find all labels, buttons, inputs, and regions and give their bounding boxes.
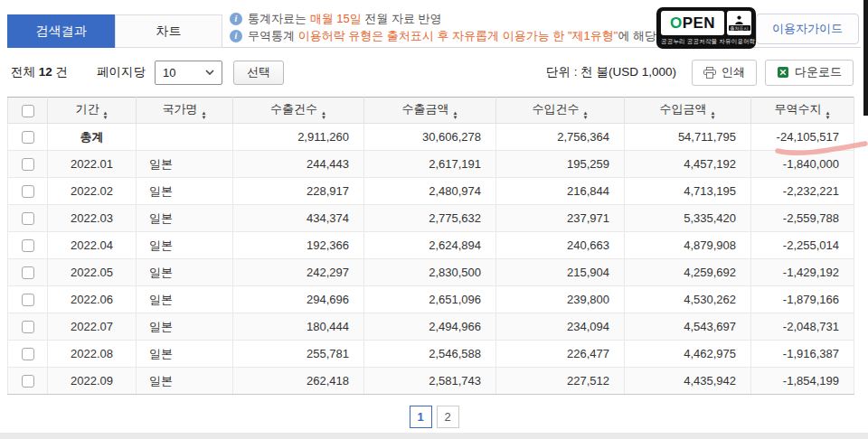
sort-icon[interactable]: ▲▼	[103, 111, 108, 119]
notice-area: i 통계자료는 매월 15일 전월 자료 반영 i 무역통계 이용허락 유형은 …	[230, 10, 695, 44]
export-amount-cell: 2,480,974	[364, 178, 496, 205]
country-cell: 일본	[137, 232, 233, 259]
import-count-cell: 239,800	[496, 286, 625, 313]
export-count-cell: 192,366	[233, 232, 364, 259]
table-row: 2022.05일본242,2972,830,500215,9044,259,69…	[8, 259, 854, 286]
export-count-cell: 434,374	[233, 205, 364, 232]
trade-balance-cell: -2,559,788	[751, 205, 854, 232]
export-count-cell: 244,443	[233, 151, 364, 178]
export-count-cell: 2,911,260	[233, 124, 364, 151]
toolbar-right: 단위 : 천 불(USD 1,000) 인쇄 다운로드	[546, 60, 854, 86]
sort-icon[interactable]: ▲▼	[453, 111, 458, 119]
trade-balance-cell: -1,916,387	[751, 341, 854, 368]
country-cell: 일본	[137, 205, 233, 232]
export-count-cell: 255,781	[233, 341, 364, 368]
open-logo-caption: 공공누리 공공저작물 자유이용허락	[661, 38, 751, 46]
trade-balance-cell: -2,048,731	[751, 313, 854, 341]
person-icon	[734, 15, 744, 24]
export-amount-cell: 2,830,500	[364, 259, 496, 286]
sort-icon[interactable]: ▲▼	[711, 111, 716, 119]
row-checkbox[interactable]	[22, 158, 34, 171]
import-amount-cell: 4,530,262	[625, 286, 751, 313]
row-checkbox-cell	[8, 151, 48, 178]
row-checkbox[interactable]	[22, 321, 34, 333]
info-icon: i	[230, 13, 242, 25]
country-cell	[137, 124, 233, 151]
import-count-cell: 227,512	[496, 368, 625, 395]
per-page-value: 10	[163, 66, 175, 79]
import-count-cell: 226,477	[496, 341, 625, 368]
country-cell: 일본	[137, 151, 233, 178]
column-header-import-amount[interactable]: 수입금액▲▼	[625, 98, 751, 124]
column-header-country[interactable]: 국가명▲▼	[137, 98, 233, 124]
country-cell: 일본	[137, 286, 233, 313]
row-checkbox[interactable]	[22, 185, 34, 198]
table-row: 총계2,911,26030,606,2782,756,36454,711,795…	[8, 124, 854, 151]
info-icon: i	[230, 30, 242, 42]
trade-balance-cell: -1,429,192	[751, 259, 854, 286]
row-checkbox[interactable]	[22, 294, 34, 306]
sort-icon[interactable]: ▲▼	[826, 111, 831, 119]
column-header-export-amount[interactable]: 수출금액▲▼	[364, 98, 496, 124]
column-header-import-count[interactable]: 수입건수▲▼	[496, 98, 625, 124]
row-checkbox[interactable]	[22, 131, 34, 144]
select-button[interactable]: 선택	[233, 61, 284, 85]
sort-icon[interactable]: ▲▼	[202, 111, 207, 119]
period-cell: 2022.05	[48, 259, 137, 286]
trade-balance-cell: -2,232,221	[751, 178, 854, 205]
per-page-label: 페이지당	[97, 64, 146, 80]
period-cell: 2022.07	[48, 313, 137, 341]
period-cell: 총계	[48, 124, 137, 151]
select-all-checkbox[interactable]	[22, 105, 34, 117]
column-header-export-count[interactable]: 수출건수▲▼	[233, 98, 364, 124]
country-cell: 일본	[137, 313, 233, 341]
column-header-trade-balance[interactable]: 무역수지▲▼	[751, 98, 854, 124]
trade-balance-cell: -2,255,014	[751, 232, 854, 259]
page-button-1[interactable]: 1	[410, 406, 432, 428]
table-row: 2022.08일본255,7812,546,588226,4774,462,97…	[8, 341, 854, 368]
column-header-period[interactable]: 기간▲▼	[48, 98, 137, 124]
page-button-2[interactable]: 2	[437, 406, 459, 428]
chevron-down-icon	[205, 70, 214, 75]
pagination: 1 2	[0, 406, 868, 428]
print-button[interactable]: 인쇄	[692, 60, 757, 86]
export-amount-cell: 2,651,096	[364, 286, 496, 313]
tab-search-results[interactable]: 검색결과	[7, 14, 115, 48]
row-checkbox[interactable]	[22, 212, 34, 225]
user-guide-button[interactable]: 이용자가이드	[756, 14, 859, 44]
total-count-value: 12	[39, 65, 52, 79]
row-checkbox-cell	[8, 286, 48, 313]
row-checkbox-cell	[8, 178, 48, 205]
trade-balance-cell: -1,840,000	[751, 151, 854, 178]
printer-icon	[703, 67, 716, 79]
import-count-cell: 195,259	[496, 151, 625, 178]
notice-text: 무역통계 이용허락 유형은 출처표시 후 자유롭게 이용가능 한 "제1유형"에…	[248, 27, 695, 44]
notice-text: 통계자료는 매월 15일 전월 자료 반영	[248, 10, 442, 27]
attribution-badge-label: 출처표시	[729, 25, 750, 31]
import-amount-cell: 4,457,192	[625, 151, 751, 178]
table-row: 2022.02일본228,9172,480,974216,8444,713,19…	[8, 178, 854, 205]
topbar: 검색결과 차트 i 통계자료는 매월 15일 전월 자료 반영 i 무역통계 이…	[7, 0, 861, 48]
import-amount-cell: 54,711,795	[625, 124, 751, 151]
table-row: 2022.07일본180,4442,494,966234,0944,543,69…	[8, 313, 854, 341]
country-cell: 일본	[137, 341, 233, 368]
row-checkbox[interactable]	[22, 239, 34, 252]
page-bottom-strip	[0, 433, 868, 439]
export-count-cell: 262,418	[233, 368, 364, 395]
row-checkbox-cell	[8, 368, 48, 395]
download-button[interactable]: 다운로드	[765, 60, 854, 86]
notice-line-2: i 무역통계 이용허락 유형은 출처표시 후 자유롭게 이용가능 한 "제1유형…	[230, 27, 695, 44]
export-amount-cell: 2,624,894	[364, 232, 496, 259]
row-checkbox-cell	[8, 232, 48, 259]
sort-icon[interactable]: ▲▼	[583, 111, 589, 119]
trade-balance-cell: -1,854,199	[751, 368, 854, 395]
row-checkbox[interactable]	[22, 375, 34, 388]
table-row: 2022.03일본434,3742,775,632237,9715,335,42…	[8, 205, 854, 232]
row-checkbox[interactable]	[22, 348, 34, 360]
sort-icon[interactable]: ▲▼	[321, 111, 326, 119]
table-header-row: 기간▲▼ 국가명▲▼ 수출건수▲▼ 수출금액▲▼ 수입건수▲▼ 수입금액▲▼ 무…	[8, 98, 854, 124]
per-page-select[interactable]: 10	[155, 61, 222, 85]
export-amount-cell: 30,606,278	[364, 124, 496, 151]
tab-chart[interactable]: 차트	[115, 14, 222, 48]
row-checkbox[interactable]	[22, 266, 34, 279]
